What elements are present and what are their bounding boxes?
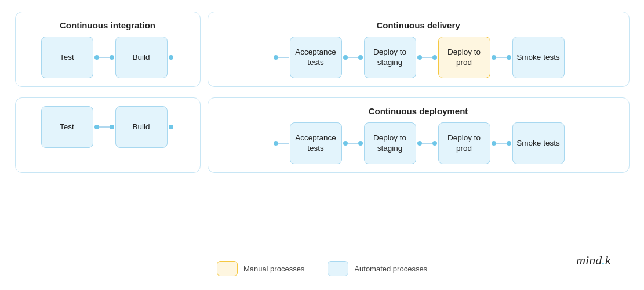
ci-title-1: Continuous integration (60, 20, 155, 30)
legend-box-blue (328, 261, 348, 276)
cd-dot-3a (492, 55, 496, 60)
dot-1c (169, 55, 173, 60)
line-2a (99, 126, 110, 128)
ci-panel-1: Continuous integration Test Build (15, 12, 201, 87)
box-smoke-2: Smoke tests (512, 122, 565, 164)
row-1: Continuous integration Test Build (15, 12, 630, 87)
cdeploy-title-area: Continuous deployment (217, 106, 620, 117)
cd-dot-1a (343, 55, 348, 60)
box-test-2: Test (41, 106, 93, 148)
box-deploy-prod-2: Deploy to prod (438, 122, 490, 164)
cdeploy-dot-1b (358, 141, 363, 146)
cdeploy-line-2a (422, 143, 432, 144)
cdeploy-line-3a (496, 143, 507, 144)
cd-line-start (278, 57, 289, 58)
cd-connector-start (272, 55, 290, 60)
cd-line-2a (422, 57, 432, 58)
cd-line-1a (348, 57, 358, 58)
box-smoke-1: Smoke tests (512, 37, 565, 78)
page-wrapper: Continuous integration Test Build (15, 12, 630, 278)
legend-manual-label: Manual processes (243, 264, 305, 273)
cdeploy-dot-start (274, 141, 278, 146)
cd-dot-2b (432, 55, 437, 60)
cdeploy-conn-3 (490, 141, 512, 146)
cdeploy-dot-2b (432, 141, 437, 146)
cd-panel-1: Continuous delivery Acceptance tests (208, 12, 630, 87)
cdeploy-dot-3a (492, 141, 496, 146)
box-acceptance-1: Acceptance tests (290, 37, 342, 78)
cd-dot-start (274, 55, 278, 60)
cd-conn-1 (342, 55, 364, 60)
cdeploy-conn-2 (416, 141, 438, 146)
ci-boxes-row-1: Test Build (25, 37, 191, 78)
ci-boxes-row-2: Test Build (25, 106, 191, 148)
ci-panel-2: Test Build (15, 97, 201, 173)
logo: mind.k (576, 253, 610, 268)
cd-title-1: Continuous delivery (376, 20, 460, 30)
connector-2b (168, 125, 174, 129)
box-test-1: Test (41, 37, 93, 78)
connector-2a (93, 125, 115, 129)
box-deploy-staging-1: Deploy to staging (364, 37, 416, 78)
connector-1a (93, 55, 115, 60)
dot-2b (110, 125, 114, 129)
cdeploy-conn-1 (342, 141, 364, 146)
legend-box-yellow (217, 261, 238, 276)
cdeploy-line-start (278, 143, 289, 144)
cdeploy-panel: Continuous deployment Acceptance tests (208, 97, 630, 173)
legend-automated-label: Automated processes (354, 264, 427, 273)
cdeploy-dot-1a (343, 141, 348, 146)
cd-line-3a (496, 57, 507, 58)
main-container: Continuous integration Test Build (15, 12, 630, 278)
dot-2c (169, 125, 173, 129)
dot-1a (94, 55, 99, 60)
cd-conn-3 (490, 55, 512, 60)
dot-2a (94, 125, 99, 129)
legend-row: Manual processes Automated processes (15, 261, 630, 278)
cdeploy-line-1a (348, 143, 358, 144)
logo-dot: . (602, 253, 605, 267)
row-2: Test Build Con (15, 97, 630, 173)
cd-boxes-row-1: Acceptance tests Deploy to staging (217, 37, 620, 78)
cdeploy-conn-start (272, 141, 290, 146)
cd-title-area: Continuous delivery (217, 20, 620, 31)
legend-automated: Automated processes (328, 261, 427, 276)
connector-1b (168, 55, 174, 60)
cdeploy-boxes-row: Acceptance tests Deploy to staging (217, 122, 620, 164)
cdeploy-title: Continuous deployment (369, 106, 468, 116)
box-deploy-staging-2: Deploy to staging (364, 122, 416, 164)
cdeploy-dot-2a (417, 141, 422, 146)
cd-dot-1b (358, 55, 363, 60)
cd-dot-2a (417, 55, 422, 60)
cd-conn-2 (416, 55, 438, 60)
box-build-1: Build (115, 37, 168, 78)
box-acceptance-2: Acceptance tests (290, 122, 342, 164)
dot-1b (110, 55, 114, 60)
box-build-2: Build (115, 106, 168, 148)
ci-title-area: Continuous integration (25, 20, 191, 31)
rows-area: Continuous integration Test Build (15, 12, 630, 255)
cd-dot-3b (507, 55, 511, 60)
cdeploy-dot-3b (507, 141, 511, 146)
box-deploy-prod-1: Deploy to prod (438, 37, 490, 78)
line-1a (99, 57, 110, 58)
legend-manual: Manual processes (217, 261, 305, 276)
